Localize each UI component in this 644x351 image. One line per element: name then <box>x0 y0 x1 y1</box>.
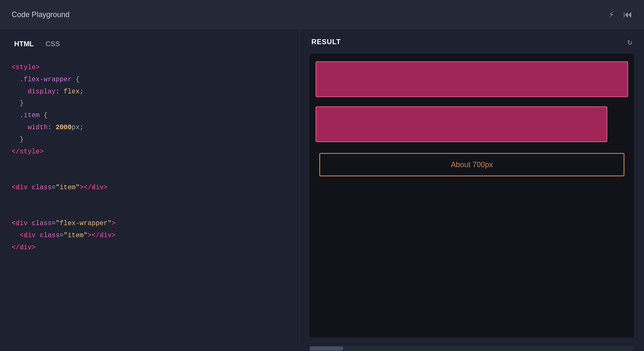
result-viewport: About 700px <box>310 54 634 338</box>
demo-box-3: About 700px <box>319 153 624 176</box>
title-bar: Code Playground ⚡ ⏮ <box>0 0 644 30</box>
demo-box-1 <box>316 61 628 97</box>
code-block: <style> .flex-wrapper { display: flex; }… <box>12 62 288 254</box>
refresh-icon[interactable]: ↻ <box>627 37 632 47</box>
tab-css[interactable]: CSS <box>40 37 66 52</box>
code-editor[interactable]: <style> .flex-wrapper { display: flex; }… <box>0 52 299 351</box>
demo-box-3-label: About 700px <box>451 160 493 169</box>
lightning-icon[interactable]: ⚡ <box>609 9 614 20</box>
rewind-icon[interactable]: ⏮ <box>623 9 632 20</box>
editor-tabs: HTML CSS <box>0 30 299 52</box>
tab-html[interactable]: HTML <box>8 37 40 52</box>
result-scrollbar[interactable] <box>310 346 634 351</box>
title-bar-actions: ⚡ ⏮ <box>609 9 632 20</box>
editor-panel: HTML CSS <style> .flex-wrapper { display… <box>0 30 300 351</box>
demo-box-3-container: About 700px <box>316 153 628 176</box>
result-panel: RESULT ↻ About 700px <box>300 30 644 351</box>
result-header: RESULT ↻ <box>300 30 644 54</box>
app-title: Code Playground <box>12 10 70 19</box>
result-title: RESULT <box>311 38 341 46</box>
demo-box-2 <box>316 106 607 142</box>
main-layout: HTML CSS <style> .flex-wrapper { display… <box>0 30 644 351</box>
scrollbar-thumb[interactable] <box>310 346 343 351</box>
